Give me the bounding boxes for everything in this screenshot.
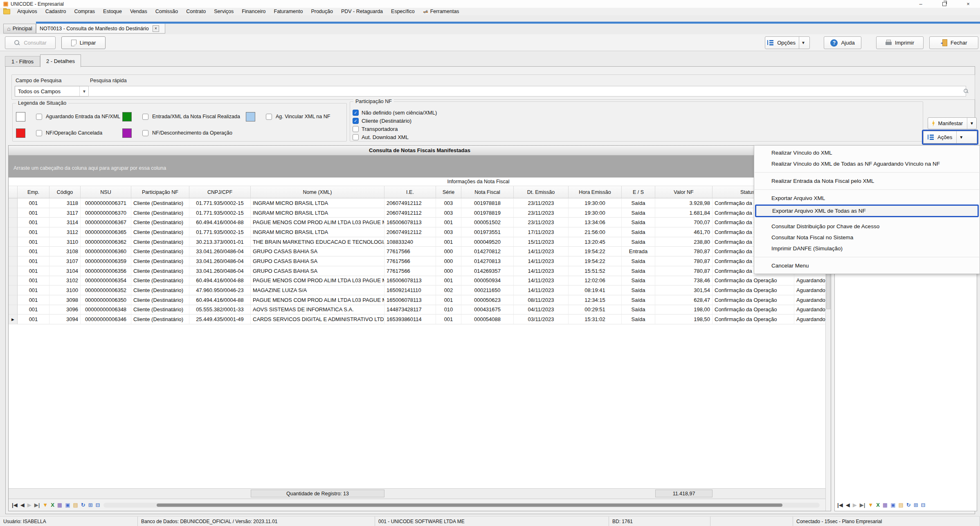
participacao-checkbox[interactable]: [353, 126, 359, 132]
menubar-item[interactable]: Estoque: [99, 9, 126, 14]
navigator-expand-icon[interactable]: ⊞: [914, 502, 918, 508]
table-row[interactable]: 001311000000000006362Cliente (Destinatár…: [9, 237, 825, 247]
context-menu-item[interactable]: Consultar Nota Fiscal no Sistema: [754, 232, 980, 243]
table-row[interactable]: ▶001309400000000006346Cliente (Destinatá…: [9, 315, 825, 324]
legend-checkbox[interactable]: [142, 130, 148, 136]
menubar-item[interactable]: Específico: [387, 9, 419, 14]
navigator-filter-icon[interactable]: ▼: [43, 502, 48, 508]
tab-principal[interactable]: ⌂ Principal: [3, 24, 36, 34]
context-menu-item[interactable]: Exportar Arquivo XML de Todas as NF: [755, 205, 979, 217]
column-header[interactable]: I.E.: [384, 186, 436, 198]
navigator-collapse-icon[interactable]: ⊟: [96, 502, 100, 508]
menubar-item[interactable]: Arquivos: [13, 9, 41, 14]
legend-checkbox[interactable]: [36, 114, 42, 120]
navigator-refresh-icon[interactable]: ↻: [81, 502, 85, 508]
navigator-open-folder-icon[interactable]: ▤: [73, 502, 78, 508]
legend-checkbox[interactable]: [142, 114, 148, 120]
quick-search-input[interactable]: [88, 86, 966, 97]
menubar-item[interactable]: Vendas: [126, 9, 151, 14]
table-row[interactable]: 001310000000000006352Cliente (Destinatár…: [9, 285, 825, 295]
minimize-icon[interactable]: –: [909, 0, 933, 8]
column-header[interactable]: Nota Fiscal: [461, 186, 514, 198]
participacao-checkbox[interactable]: [353, 134, 359, 140]
menubar-item[interactable]: Serviços: [210, 9, 238, 14]
acoes-dropdown-arrow[interactable]: ▼: [956, 131, 966, 143]
legend-checkbox[interactable]: [36, 130, 42, 136]
fechar-button[interactable]: ◂ Fechar: [929, 36, 978, 49]
menubar-item[interactable]: Comissão: [151, 9, 182, 14]
restore-icon[interactable]: [933, 0, 956, 8]
column-header[interactable]: Código: [49, 186, 81, 198]
navigator-export-excel-icon[interactable]: X: [51, 502, 54, 508]
tab-detalhes[interactable]: 2 - Detalhes: [40, 54, 81, 67]
navigator-save-icon[interactable]: ▣: [890, 502, 895, 508]
navigator-expand-icon[interactable]: ⊞: [88, 502, 93, 508]
tab-close-icon[interactable]: ×: [153, 25, 159, 32]
participacao-checkbox[interactable]: ✓: [353, 118, 359, 124]
column-header[interactable]: Nome (XML): [251, 186, 384, 198]
tab-filtros[interactable]: 1 - Filtros: [5, 56, 40, 67]
quick-search-lookup-icon[interactable]: [962, 87, 970, 95]
context-menu-item[interactable]: Realizar Vínculo do XML de Todas as NF A…: [754, 158, 980, 169]
tab-document[interactable]: NOT0013 - Consulta de Manifesto do Desti…: [36, 24, 165, 34]
menubar-item[interactable]: Ferramentas: [419, 9, 463, 14]
context-menu-item[interactable]: Realizar Entrada da Nota Fiscal pelo XML: [754, 175, 980, 187]
navigator-grid-layout-icon[interactable]: ▦: [57, 502, 62, 508]
navigator-open-folder-icon[interactable]: ▤: [898, 502, 903, 508]
opcoes-button[interactable]: Opções ▼: [765, 36, 810, 49]
column-header[interactable]: Série: [436, 186, 461, 198]
table-row[interactable]: 001309600000000006348Cliente (Destinatár…: [9, 305, 825, 315]
navigator-prev-icon[interactable]: ◀: [846, 502, 850, 508]
opcoes-dropdown-arrow[interactable]: ▼: [799, 37, 807, 49]
navigator-last-icon[interactable]: ▶|: [860, 502, 865, 508]
manifestar-button[interactable]: Manifestar ▼: [928, 117, 977, 129]
participacao-checkbox[interactable]: ✓: [353, 110, 359, 116]
menubar-item[interactable]: Cadastro: [41, 9, 70, 14]
navigator-next-icon[interactable]: ▶: [853, 502, 857, 508]
column-header[interactable]: Participação NF: [131, 186, 189, 198]
column-header[interactable]: CNPJ/CPF: [189, 186, 251, 198]
menubar-item[interactable]: PDV - Retaguarda: [337, 9, 387, 14]
context-menu-item[interactable]: Imprimir DANFE (Simulação): [754, 243, 980, 254]
table-row[interactable]: 001310800000000006360Cliente (Destinatár…: [9, 247, 825, 256]
navigator-next-icon[interactable]: ▶: [27, 502, 31, 508]
manifestar-dropdown-arrow[interactable]: ▼: [967, 118, 976, 129]
close-icon[interactable]: ×: [956, 0, 980, 8]
context-menu-item[interactable]: Exportar Arquivo XML: [754, 193, 980, 204]
table-row[interactable]: 001311700000000006370Cliente (Destinatár…: [9, 208, 825, 218]
navigator-first-icon[interactable]: |◀: [837, 502, 843, 508]
column-header[interactable]: E / S: [622, 186, 655, 198]
consultar-button[interactable]: Consultar: [5, 36, 56, 49]
navigator-grid-layout-icon[interactable]: ▦: [883, 502, 888, 508]
context-menu-item[interactable]: Realizar Vínculo do XML: [754, 147, 980, 158]
table-row[interactable]: 001309800000000006350Cliente (Destinatár…: [9, 295, 825, 305]
chevron-down-icon[interactable]: ▼: [79, 86, 89, 96]
navigator-first-icon[interactable]: |◀: [12, 502, 18, 508]
acoes-button[interactable]: Ações ▼: [923, 131, 977, 144]
context-menu-item[interactable]: Consultar Distribuição por Chave de Aces…: [754, 221, 980, 232]
menubar-item[interactable]: Contrato: [182, 9, 210, 14]
navigator-collapse-icon[interactable]: ⊟: [921, 502, 926, 508]
menubar-item[interactable]: Financeiro: [238, 9, 270, 14]
column-header[interactable]: Hora Emissão: [569, 186, 622, 198]
column-header[interactable]: Valor NF: [655, 186, 713, 198]
table-row[interactable]: 001311400000000006367Cliente (Destinatár…: [9, 218, 825, 227]
navigator-export-excel-icon[interactable]: X: [876, 502, 880, 508]
ajuda-button[interactable]: ? Ajuda: [824, 36, 861, 49]
column-header[interactable]: Dt. Emissão: [514, 186, 569, 198]
navigator-filter-icon[interactable]: ▼: [868, 502, 873, 508]
table-row[interactable]: 001310700000000006359Cliente (Destinatár…: [9, 256, 825, 266]
table-row[interactable]: 001310400000000006356Cliente (Destinatár…: [9, 266, 825, 276]
navigator-refresh-icon[interactable]: ↻: [906, 502, 911, 508]
horizontal-scrollbar-thumb[interactable]: [157, 504, 782, 507]
table-row[interactable]: 001311200000000006365Cliente (Destinatár…: [9, 227, 825, 237]
context-menu-item[interactable]: Cancelar Menu: [754, 260, 980, 271]
navigator-prev-icon[interactable]: ◀: [20, 502, 25, 508]
search-field-select[interactable]: Todos os Campos ▼: [15, 86, 89, 97]
legend-checkbox[interactable]: [266, 114, 272, 120]
column-header[interactable]: Emp.: [18, 186, 49, 198]
table-row[interactable]: 001311800000000006371Cliente (Destinatár…: [9, 198, 825, 208]
limpar-button[interactable]: Limpar: [61, 36, 106, 49]
imprimir-button[interactable]: Imprimir: [876, 36, 924, 49]
table-row[interactable]: 001310200000000006354Cliente (Destinatár…: [9, 276, 825, 286]
